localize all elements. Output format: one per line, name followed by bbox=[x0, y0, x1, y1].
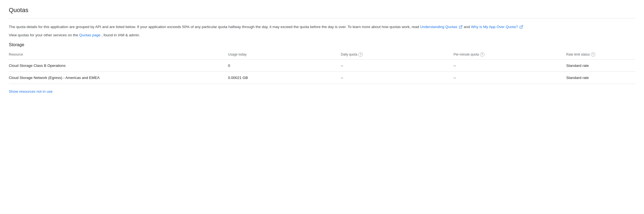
col-header-daily-quota: Daily quota ? bbox=[341, 50, 454, 60]
description-line2: View quotas for your other services on t… bbox=[9, 32, 635, 38]
external-link-icon-2 bbox=[519, 25, 523, 29]
page-title: Quotas bbox=[9, 7, 635, 14]
description-line2-text-before: View quotas for your other services on t… bbox=[9, 33, 79, 37]
external-link-icon-1 bbox=[459, 25, 463, 29]
cell-resource: Cloud Storage Network (Egress) - America… bbox=[9, 72, 228, 84]
description-line1-text-before: The quota details for this application a… bbox=[9, 25, 420, 29]
description-line1: The quota details for this application a… bbox=[9, 24, 635, 30]
app-over-quota-link[interactable]: Why is My App Over Quota? bbox=[471, 25, 523, 29]
cell-permin-quota: -- bbox=[454, 72, 566, 84]
cell-rate-limit-status: Standard rate bbox=[566, 72, 635, 84]
cell-usage-today: 0.00021 GB bbox=[228, 72, 341, 84]
rate-limit-help-icon[interactable]: ? bbox=[591, 52, 595, 57]
permin-quota-help-icon[interactable]: ? bbox=[480, 52, 484, 57]
cell-usage-today: 0 bbox=[228, 60, 341, 72]
col-header-usage: Usage today bbox=[228, 50, 341, 60]
col-header-permin-quota: Per-minute quota ? bbox=[454, 50, 566, 60]
page-container: Quotas The quota details for this applic… bbox=[0, 0, 644, 100]
storage-section: Storage Resource Usage today Daily quota… bbox=[9, 42, 635, 84]
daily-quota-help-icon[interactable]: ? bbox=[358, 52, 363, 57]
description-line1-text-between: and bbox=[464, 25, 471, 29]
understanding-quotas-link[interactable]: Understanding Quotas bbox=[420, 25, 464, 29]
col-header-rate-limit: Rate limit status ? bbox=[566, 50, 635, 60]
cell-permin-quota: -- bbox=[454, 60, 566, 72]
show-resources-link[interactable]: Show resources not in use bbox=[9, 89, 53, 94]
col-header-resource: Resource bbox=[9, 50, 228, 60]
table-row: Cloud Storage Class B Operations0----Sta… bbox=[9, 60, 635, 72]
quotas-page-link[interactable]: Quotas page bbox=[79, 33, 102, 37]
table-row: Cloud Storage Network (Egress) - America… bbox=[9, 72, 635, 84]
description-block: The quota details for this application a… bbox=[9, 24, 635, 38]
cell-daily-quota: -- bbox=[341, 72, 454, 84]
cell-daily-quota: -- bbox=[341, 60, 454, 72]
table-header-row: Resource Usage today Daily quota ? Per-m… bbox=[9, 50, 635, 60]
cell-rate-limit-status: Standard rate bbox=[566, 60, 635, 72]
header-divider bbox=[9, 18, 635, 18]
cell-resource: Cloud Storage Class B Operations bbox=[9, 60, 228, 72]
svg-line-0 bbox=[460, 26, 462, 27]
quota-table: Resource Usage today Daily quota ? Per-m… bbox=[9, 50, 635, 84]
storage-section-title: Storage bbox=[9, 42, 635, 47]
svg-line-1 bbox=[521, 26, 523, 27]
description-line2-text-after: , found in IAM & admin. bbox=[102, 33, 140, 37]
